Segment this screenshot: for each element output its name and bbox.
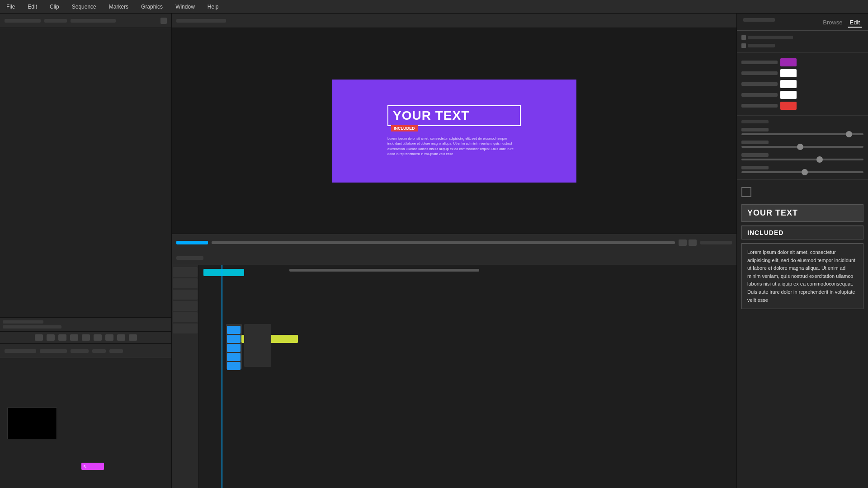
control-btn-1[interactable] xyxy=(35,334,43,341)
text-preview-included: INCLUDED xyxy=(742,226,863,239)
browse-tab[interactable]: Browse xyxy=(821,18,844,28)
source-header-bar-3 xyxy=(71,349,89,353)
swatch-label-2 xyxy=(741,71,778,75)
timeline-track-labels xyxy=(172,265,199,488)
right-subheader-1 xyxy=(737,33,868,42)
color-swatch-white-1[interactable] xyxy=(780,69,797,77)
timecode-display xyxy=(700,241,732,244)
source-header-bar-1 xyxy=(5,349,36,353)
menu-help[interactable]: Help xyxy=(205,2,222,12)
preview-top: YOUR TEXT INCLUDED Lorem ipsum dolor sit… xyxy=(172,28,736,234)
menu-sequence[interactable]: Sequence xyxy=(69,2,99,12)
control-btn-6[interactable] xyxy=(94,334,102,341)
timeline-content xyxy=(172,265,736,488)
slider-group-2 xyxy=(741,141,863,148)
preview-body-text: Lorem ipsum dolor sit amet, consectetur … xyxy=(387,136,521,156)
control-btn-3[interactable] xyxy=(58,334,66,341)
left-panel-header xyxy=(0,14,171,28)
control-btn-7[interactable] xyxy=(105,334,113,341)
slider-track-3[interactable] xyxy=(741,159,863,160)
timeline-clip-blue-5[interactable] xyxy=(227,362,241,370)
slider-label-3 xyxy=(741,153,769,157)
edit-tab[interactable]: Edit xyxy=(848,18,862,28)
timeline-clip-blue-4[interactable] xyxy=(227,353,241,361)
control-btn-2[interactable] xyxy=(47,334,55,341)
slider-label-2 xyxy=(741,141,769,144)
left-panel: ↖ xyxy=(0,14,172,488)
slider-section-label xyxy=(737,118,868,125)
menu-window[interactable]: Window xyxy=(173,2,198,12)
track-label-6 xyxy=(173,324,198,333)
preview-controls xyxy=(172,234,736,251)
color-swatch-purple[interactable] xyxy=(780,58,797,66)
panel-menu-button[interactable] xyxy=(160,18,167,24)
swatch-row-4 xyxy=(741,91,863,99)
preview-included-badge: INCLUDED xyxy=(391,125,418,131)
slider-header xyxy=(741,120,769,123)
source-content: ↖ xyxy=(0,358,171,488)
slider-label-1 xyxy=(741,128,769,131)
drag-clip[interactable]: ↖ xyxy=(81,463,104,470)
source-panel-header xyxy=(0,344,171,358)
slider-thumb-2[interactable] xyxy=(797,144,803,150)
color-swatch-white-2[interactable] xyxy=(780,80,797,88)
slider-thumb-1[interactable] xyxy=(846,131,852,137)
slider-track-2[interactable] xyxy=(741,146,863,148)
slider-track-1[interactable] xyxy=(741,133,863,135)
swatch-label-4 xyxy=(741,93,778,97)
timeline-area xyxy=(172,251,736,488)
menu-graphics[interactable]: Graphics xyxy=(138,2,165,12)
slider-group-4 xyxy=(741,166,863,173)
preview-title-text: YOUR TEXT xyxy=(393,108,469,123)
timeline-clip-blue-2[interactable] xyxy=(227,335,241,343)
menu-edit[interactable]: Edit xyxy=(25,2,40,12)
left-panel-controls xyxy=(0,331,171,343)
color-swatch-red[interactable] xyxy=(780,102,797,110)
header-bar-1 xyxy=(5,19,41,23)
header-bar-2 xyxy=(44,19,67,23)
timeline-clip-cyan-top[interactable] xyxy=(203,269,244,276)
track-label-3 xyxy=(173,290,198,300)
control-btn-9[interactable] xyxy=(129,334,137,341)
preview-title-container: YOUR TEXT INCLUDED xyxy=(387,105,521,128)
timeline-clip-gray xyxy=(289,269,479,272)
menu-markers[interactable]: Markers xyxy=(106,2,131,12)
text-preview-body: Lorem ipsum dolor sit amet, consectetur … xyxy=(742,244,863,309)
left-panel-info xyxy=(0,317,171,331)
right-divider-4 xyxy=(737,179,868,180)
control-btn-5[interactable] xyxy=(82,334,90,341)
sliders-section xyxy=(737,125,868,176)
text-preview-included-box: INCLUDED xyxy=(741,225,863,239)
checkbox-input[interactable] xyxy=(741,187,751,197)
timeline-header-label xyxy=(176,256,203,260)
slider-thumb-4[interactable] xyxy=(802,169,808,175)
swatch-row-5 xyxy=(741,102,863,110)
play-button[interactable] xyxy=(679,239,687,246)
timeline-clip-blue-3[interactable] xyxy=(227,344,241,352)
timeline-column-bg xyxy=(244,324,271,367)
slider-track-4[interactable] xyxy=(741,171,863,173)
source-panel: ↖ xyxy=(0,343,171,488)
source-header-bar-2 xyxy=(40,349,67,353)
swatch-row-2 xyxy=(741,69,863,77)
right-panel-header: Browse Edit xyxy=(737,14,868,30)
timeline-tracks[interactable] xyxy=(199,265,736,488)
timeline-header xyxy=(172,251,736,265)
menu-clip[interactable]: Clip xyxy=(47,2,62,12)
color-swatch-white-3[interactable] xyxy=(780,91,797,99)
right-header-bar xyxy=(743,18,775,22)
preview-panel-header xyxy=(172,14,736,28)
track-label-4 xyxy=(173,301,198,311)
menu-file[interactable]: File xyxy=(4,2,18,12)
slider-label-4 xyxy=(741,166,769,169)
control-btn-8[interactable] xyxy=(117,334,125,341)
preview-canvas: YOUR TEXT INCLUDED Lorem ipsum dolor sit… xyxy=(332,80,576,183)
timeline-scrubber[interactable] xyxy=(212,241,675,244)
control-btn-4[interactable] xyxy=(70,334,78,341)
track-label-1 xyxy=(173,267,198,277)
swatch-label-5 xyxy=(741,104,778,108)
playback-controls xyxy=(679,239,697,246)
timeline-clip-blue-1[interactable] xyxy=(227,326,241,334)
stop-button[interactable] xyxy=(689,239,697,246)
slider-thumb-3[interactable] xyxy=(816,156,823,163)
